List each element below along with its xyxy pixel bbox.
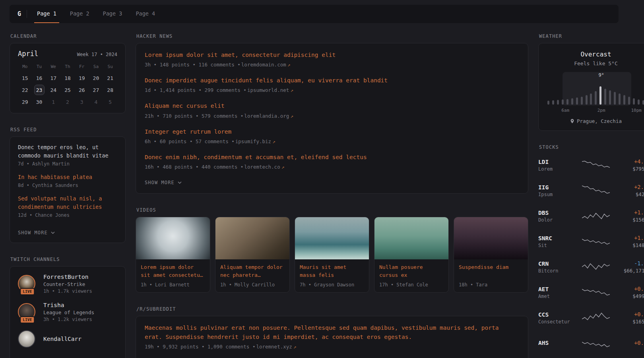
stock-row[interactable]: SNRCSit +1.36%$148.64 [538, 229, 644, 254]
time-label: 2pm [597, 108, 605, 113]
weather-widget: WEATHER Overcast Feels like 5°C 9° 6am 2… [538, 33, 644, 131]
weather-bar [604, 89, 606, 105]
rss-item-title[interactable]: Donec tempor eros leo, ut commodo mauris… [18, 143, 117, 160]
channel-name[interactable]: KendallCarr [43, 336, 81, 342]
stock-row[interactable]: IIGIpsum +2.84%$42.04 [538, 178, 644, 203]
hn-source-link[interactable]: loremlandia.org [244, 113, 289, 119]
stock-change: +4.35% [617, 158, 644, 165]
weather-bar [642, 100, 644, 105]
stock-symbol: LDI [538, 159, 575, 165]
hn-item-meta: 1d • 1,414 points • 299 comments •ipsumw… [145, 87, 519, 93]
video-thumbnail [295, 217, 369, 259]
hn-source-link[interactable]: loremdomain.com [241, 62, 286, 68]
weather-hourly-chart: 9° 6am 2pm 10pm [547, 72, 644, 113]
tab-page-4[interactable]: Page 4 [133, 5, 158, 23]
weather-bar [623, 95, 625, 105]
stock-sparkline [582, 286, 610, 298]
weather-bars [547, 82, 644, 105]
stock-row[interactable]: LDILorem +4.35%$795.18 [538, 152, 644, 178]
video-card[interactable]: Mauris sit amet massa felis 7h • Grayson… [295, 217, 369, 293]
hacker-news-widget-title: HACKER NEWS [136, 33, 528, 39]
reddit-post-title[interactable]: Maecenas mollis pulvinar erat non posuer… [145, 323, 519, 342]
rss-item: In hac habitasse platea 8d • Cynthia Sau… [18, 173, 117, 188]
tab-page-3[interactable]: Page 3 [100, 5, 125, 23]
rss-item-title[interactable]: In hac habitasse platea [18, 173, 117, 181]
hn-item-title[interactable]: Integer eget rutrum lorem [145, 127, 519, 136]
channel-name[interactable]: ForrestBurton [43, 274, 92, 280]
calendar-day: 23 [32, 84, 47, 96]
hn-source-link[interactable]: ipsumworld.net [247, 87, 289, 93]
hacker-news-card: Lorem ipsum dolor sit amet, consectetur … [136, 43, 528, 194]
calendar-week-info: Week 17 • 2024 [77, 52, 117, 57]
video-card[interactable]: Suspendisse diam 18h • Tara [454, 217, 528, 293]
rss-show-more-button[interactable]: SHOW MORE [18, 230, 55, 235]
video-meta: 18h • Tara [459, 282, 523, 288]
stock-row[interactable]: CRNBitcorn -1.00%$66,171.48 [538, 254, 644, 280]
channel-name[interactable]: Trisha [43, 302, 94, 308]
calendar-widget-title: CALENDAR [10, 33, 126, 39]
stocks-widget: STOCKS LDILorem +4.35%$795.18 IIGIpsum +… [538, 144, 644, 356]
logo[interactable]: G [15, 10, 27, 18]
tab-page-1[interactable]: Page 1 [34, 5, 59, 23]
stock-row[interactable]: AHS +0.46% [538, 331, 644, 356]
video-card[interactable]: Lorem ipsum dolor sit amet consectetu… 1… [136, 217, 210, 293]
left-column: CALENDAR April Week 17 • 2024 MoTuWeThFr… [10, 33, 126, 358]
hn-source-link[interactable]: ipsumify.biz [235, 138, 271, 144]
hn-item-title[interactable]: Aliquam nec cursus elit [145, 101, 519, 111]
hn-item-title[interactable]: Lorem ipsum dolor sit amet, consectetur … [145, 51, 519, 60]
channel-category: League of Legends [43, 309, 94, 315]
stock-name: Ipsum [538, 192, 575, 197]
calendar-day: 26 [75, 84, 89, 96]
show-more-label: SHOW MORE [18, 230, 48, 235]
stock-change: +0.51% [617, 311, 644, 317]
right-column: WEATHER Overcast Feels like 5°C 9° 6am 2… [538, 33, 644, 358]
hn-item-meta: 21h • 710 points • 579 comments •loremla… [145, 113, 519, 119]
weather-location: Prague, Czechia [547, 118, 644, 124]
hn-item-meta: 3h • 148 points • 116 comments •loremdom… [145, 62, 519, 68]
hn-item: Donec enim nibh, condimentum et accumsan… [145, 153, 519, 170]
hn-meta-text: 1d • 1,414 points • 299 comments • [145, 87, 246, 93]
location-pin-icon [570, 119, 574, 124]
reddit-source-link[interactable]: loremnet.xyz [256, 344, 292, 350]
video-thumbnail [374, 217, 448, 259]
stock-row[interactable]: DBSDolor +1.42%$156.28 [538, 203, 644, 229]
stock-sparkline [582, 235, 610, 247]
live-badge: LIVE [20, 288, 35, 295]
stock-sparkline [582, 337, 610, 349]
hn-item-meta: 6h • 60 points • 57 comments •ipsumify.b… [145, 138, 519, 144]
external-link-icon: ↗ [287, 62, 291, 68]
hn-item-title[interactable]: Donec imperdiet augue tincidunt felis al… [145, 76, 519, 85]
rss-item-meta: 12d • Chance Jones [18, 212, 117, 218]
weather-bar [614, 92, 616, 105]
hn-meta-text: 6h • 60 points • 57 comments • [145, 138, 235, 144]
hn-show-more-button[interactable]: SHOW MORE [145, 180, 182, 185]
calendar-day: 25 [60, 84, 75, 96]
twitch-channel-row[interactable]: LIVE Trisha League of Legends 3h • 1.2k … [18, 302, 117, 322]
stock-name: Sit [538, 243, 575, 248]
calendar-day-header: We [46, 62, 60, 72]
video-title: Aliquam tempor dolor nec pharetra… [220, 263, 285, 279]
twitch-channel-row[interactable]: KendallCarr [18, 330, 117, 348]
hn-item-title[interactable]: Donec enim nibh, condimentum et accumsan… [145, 153, 519, 162]
video-meta: 1h • Molly Carrillo [220, 282, 285, 288]
stock-price: $42.04 [617, 191, 644, 197]
stock-row[interactable]: CCSConsectetur +0.51%$165.84 [538, 305, 644, 331]
tab-page-2[interactable]: Page 2 [67, 5, 92, 23]
weather-time-labels: 6am 2pm 10pm [547, 108, 644, 113]
rss-item-meta: 8d • Cynthia Saunders [18, 183, 117, 188]
video-card[interactable]: Aliquam tempor dolor nec pharetra… 1h • … [215, 217, 290, 293]
stock-symbol: SNRC [538, 235, 575, 241]
calendar-day: 1 [46, 96, 60, 108]
stock-change: -1.00% [617, 260, 644, 267]
stock-price: $156.28 [617, 217, 644, 223]
rss-item-title[interactable]: Sed volutpat nulla nisl, a condimentum n… [18, 195, 117, 211]
video-title: Suspendisse diam [459, 263, 523, 279]
weather-location-text: Prague, Czechia [577, 118, 622, 124]
stock-row[interactable]: AETAmet +0.92%$499.72 [538, 280, 644, 305]
avatar-wrap: LIVE [18, 303, 37, 321]
video-card[interactable]: Nullam posuere cursus ex 17h • Stefan Co… [374, 217, 449, 293]
weather-bar [609, 90, 611, 105]
hn-source-link[interactable]: loremtech.co [244, 164, 280, 170]
twitch-channel-row[interactable]: LIVE ForrestBurton Counter-Strike 1h • 1… [18, 274, 117, 294]
stocks-widget-title: STOCKS [539, 144, 644, 150]
